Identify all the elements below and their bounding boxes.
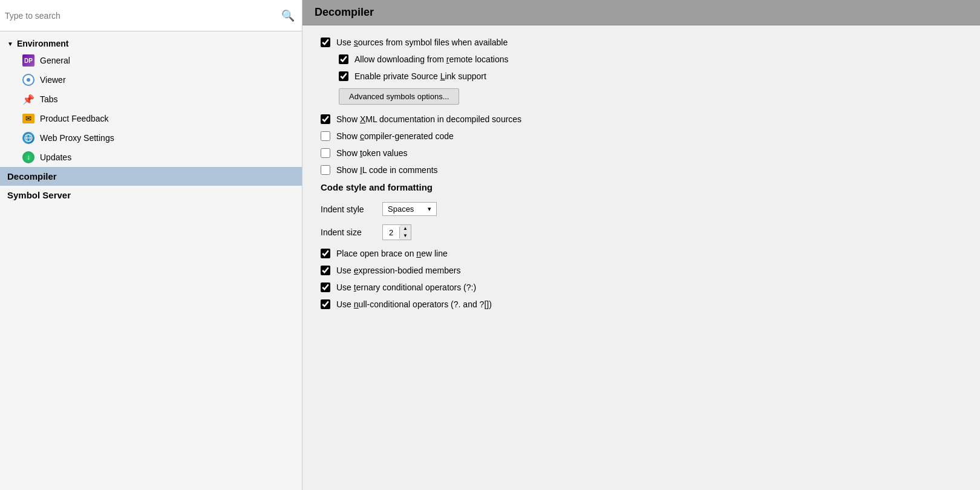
right-panel: Decompiler Use sources from symbol files…	[302, 0, 980, 490]
label-enable-private: Enable private Source Link support	[354, 71, 486, 81]
label-ternary: Use ternary conditional operators (?:)	[336, 283, 476, 292]
sidebar-item-general[interactable]: DP General	[0, 51, 302, 70]
indent-size-value: 2	[383, 227, 400, 238]
sidebar-item-label: General	[40, 56, 70, 65]
checkbox-ternary[interactable]	[321, 283, 330, 292]
viewer-icon	[22, 73, 35, 87]
indent-size-spinner: 2 ▲ ▼	[382, 224, 411, 240]
updates-icon: ↓	[22, 151, 35, 164]
sidebar-item-symbol-server[interactable]: Symbol Server	[0, 186, 302, 204]
indent-style-value: Spaces	[388, 204, 414, 214]
checkbox-row-use-sources: Use sources from symbol files when avail…	[321, 38, 962, 47]
right-header-title: Decompiler	[315, 6, 374, 18]
spinner-up-button[interactable]: ▲	[400, 225, 411, 232]
sidebar-item-decompiler[interactable]: Decompiler	[0, 167, 302, 186]
feedback-icon: ✉	[22, 112, 35, 125]
indent-size-row: Indent size 2 ▲ ▼	[321, 224, 962, 240]
checkbox-row-allow-downloading: Allow downloading from remote locations	[321, 54, 962, 64]
checkbox-show-xml[interactable]	[321, 114, 330, 124]
sidebar-item-web-proxy[interactable]: Web Proxy Settings	[0, 128, 302, 148]
triangle-icon: ▼	[7, 41, 13, 47]
search-bar: 🔍	[0, 0, 302, 31]
indent-style-label: Indent style	[321, 204, 375, 214]
indent-size-label: Indent size	[321, 227, 375, 237]
spinner-down-button[interactable]: ▼	[400, 232, 411, 240]
checkbox-row-expression-bodied: Use expression-bodied members	[321, 266, 962, 275]
label-show-il: Show IL code in comments	[336, 165, 438, 175]
left-panel: 🔍 ▼ Environment DP General Viewer 📌	[0, 0, 302, 490]
search-icon: 🔍	[281, 9, 295, 22]
label-open-brace: Place open brace on new line	[336, 249, 448, 258]
label-show-compiler: Show compiler-generated code	[336, 131, 454, 141]
symbol-server-label: Symbol Server	[7, 190, 71, 200]
checkbox-show-token[interactable]	[321, 148, 330, 158]
checkbox-row-show-il: Show IL code in comments	[321, 165, 962, 175]
advanced-symbols-label: Advanced symbols options...	[349, 92, 449, 101]
label-null-conditional: Use null-conditional operators (?. and ?…	[336, 299, 492, 309]
checkbox-allow-downloading[interactable]	[339, 54, 348, 64]
sidebar-item-updates[interactable]: ↓ Updates	[0, 148, 302, 167]
checkbox-open-brace[interactable]	[321, 249, 330, 258]
sidebar-item-label: Viewer	[40, 75, 66, 85]
search-input[interactable]	[5, 11, 279, 21]
sidebar-item-viewer[interactable]: Viewer	[0, 70, 302, 90]
checkbox-expression-bodied[interactable]	[321, 266, 330, 275]
checkbox-enable-private[interactable]	[339, 71, 348, 81]
checkbox-use-sources[interactable]	[321, 38, 330, 47]
sidebar-item-label: Updates	[40, 152, 71, 162]
right-header: Decompiler	[302, 0, 980, 25]
checkbox-null-conditional[interactable]	[321, 299, 330, 309]
checkbox-show-compiler[interactable]	[321, 131, 330, 141]
checkbox-row-enable-private: Enable private Source Link support	[321, 71, 962, 81]
right-content: Use sources from symbol files when avail…	[302, 25, 980, 490]
sidebar-item-label: Product Feedback	[40, 114, 109, 123]
checkbox-row-null-conditional: Use null-conditional operators (?. and ?…	[321, 299, 962, 309]
sidebar-item-label: Tabs	[40, 94, 58, 104]
checkbox-row-show-xml: Show XML documentation in decompiled sou…	[321, 114, 962, 124]
sidebar-item-product-feedback[interactable]: ✉ Product Feedback	[0, 109, 302, 128]
indent-style-select[interactable]: Spaces ▾	[382, 202, 437, 216]
spinner-buttons: ▲ ▼	[400, 225, 411, 240]
checkbox-show-il[interactable]	[321, 165, 330, 175]
environment-section-header[interactable]: ▼ Environment	[0, 36, 302, 51]
label-show-token: Show token values	[336, 148, 408, 158]
decompiler-label: Decompiler	[7, 171, 57, 181]
checkbox-row-show-compiler: Show compiler-generated code	[321, 131, 962, 141]
code-style-title: Code style and formatting	[321, 182, 962, 192]
sidebar-item-tabs[interactable]: 📌 Tabs	[0, 90, 302, 109]
checkbox-row-show-token: Show token values	[321, 148, 962, 158]
nav-tree: ▼ Environment DP General Viewer 📌 Tabs	[0, 31, 302, 209]
label-allow-downloading: Allow downloading from remote locations	[354, 54, 508, 64]
proxy-icon	[22, 131, 35, 145]
label-expression-bodied: Use expression-bodied members	[336, 266, 460, 275]
chevron-down-icon: ▾	[428, 205, 431, 213]
label-show-xml: Show XML documentation in decompiled sou…	[336, 114, 521, 124]
indent-style-row: Indent style Spaces ▾	[321, 202, 962, 216]
environment-label: Environment	[17, 39, 69, 48]
code-style-section: Code style and formatting Indent style S…	[321, 182, 962, 309]
general-icon: DP	[22, 54, 35, 67]
checkbox-row-ternary: Use ternary conditional operators (?:)	[321, 283, 962, 292]
tabs-icon: 📌	[22, 93, 35, 106]
advanced-symbols-button[interactable]: Advanced symbols options...	[339, 88, 459, 105]
search-button[interactable]: 🔍	[279, 7, 297, 25]
checkbox-row-open-brace: Place open brace on new line	[321, 249, 962, 258]
sidebar-item-label: Web Proxy Settings	[40, 133, 114, 143]
label-use-sources: Use sources from symbol files when avail…	[336, 38, 508, 47]
